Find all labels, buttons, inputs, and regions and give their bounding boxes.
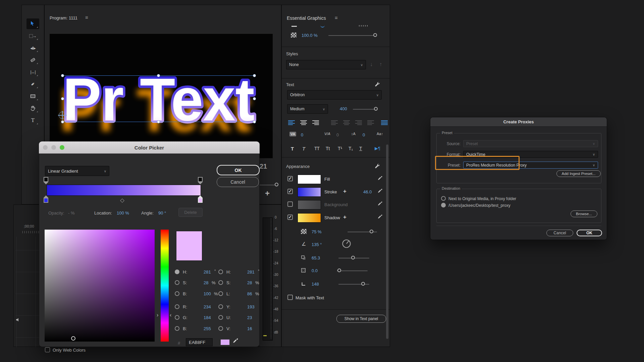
font-size-slider[interactable] — [353, 109, 377, 110]
selection-handle[interactable] — [253, 97, 256, 100]
rgb-b-radio[interactable] — [175, 326, 179, 331]
justify-all-button[interactable] — [367, 120, 374, 125]
all-caps-button[interactable]: TT — [314, 146, 319, 151]
align-center-button[interactable] — [300, 120, 307, 125]
shadow-opacity-value[interactable]: 75 % — [312, 229, 322, 234]
hsb-b-radio[interactable] — [175, 291, 179, 296]
font-family-dropdown[interactable]: Orbitron ∨ — [287, 90, 382, 100]
create-proxies-titlebar[interactable]: Create Proxies — [430, 117, 607, 127]
fill-swatch[interactable] — [298, 175, 321, 184]
channel-value[interactable]: 16 — [247, 326, 252, 331]
styles-dropdown[interactable]: None ∨ — [286, 60, 366, 69]
align-right-button[interactable] — [312, 120, 319, 125]
shadow-blur-value[interactable]: 148 — [312, 282, 319, 287]
stop-location-value[interactable]: 100 % — [117, 210, 129, 216]
shadow-swatch[interactable] — [298, 213, 321, 223]
opacity-stop-end[interactable] — [198, 177, 203, 182]
selection-handle[interactable] — [157, 74, 160, 77]
pen-tool[interactable]: ✒ — [26, 79, 39, 89]
hex-input[interactable] — [186, 338, 213, 346]
shadow-angle-value[interactable]: 135 ° — [312, 242, 322, 247]
stroke-swatch[interactable] — [298, 187, 321, 197]
razor-tool[interactable] — [26, 55, 39, 65]
shadow-blur-knob[interactable] — [361, 282, 365, 286]
yuv-v-radio[interactable] — [218, 326, 223, 331]
stop-angle-value[interactable]: 90 ° — [158, 210, 166, 216]
shadow-angle-dial[interactable] — [342, 239, 351, 248]
next-to-media-radio[interactable] — [441, 196, 446, 201]
add-shadow-button[interactable]: + — [343, 214, 346, 221]
rgb-g-radio[interactable] — [175, 315, 179, 320]
add-stroke-button[interactable]: + — [343, 188, 346, 195]
kerning-value[interactable]: 0 — [336, 132, 339, 137]
eyedropper-icon[interactable] — [232, 338, 238, 344]
justify-last-left-button[interactable] — [331, 120, 338, 125]
channel-value[interactable]: 28 — [204, 280, 208, 285]
mute-speaker-icon[interactable] — [16, 317, 20, 322]
cancel-button[interactable]: Cancel — [217, 177, 259, 187]
hsb-s-radio[interactable] — [175, 280, 179, 285]
underline-button[interactable]: T — [359, 146, 362, 151]
proxies-cancel-button[interactable]: Cancel — [546, 230, 573, 236]
hue-strip[interactable] — [161, 230, 169, 342]
font-style-dropdown[interactable]: Medium ∨ — [287, 104, 328, 114]
channel-value[interactable]: 86 — [247, 291, 252, 296]
channel-value[interactable]: 184 — [204, 315, 211, 320]
selection-handle[interactable] — [253, 120, 256, 123]
channel-value[interactable]: 234 — [204, 304, 211, 309]
rtl-paragraph-icon[interactable]: ▶¶ — [375, 146, 380, 151]
selection-handle[interactable] — [157, 120, 160, 123]
mask-with-text-checkbox[interactable] — [287, 295, 293, 300]
eyedropper-icon[interactable] — [377, 201, 383, 206]
shadow-size-value[interactable]: 0.0 — [312, 268, 318, 273]
opacity-knob[interactable] — [373, 33, 377, 37]
scrollbar[interactable] — [386, 144, 388, 339]
channel-value[interactable]: 255 — [204, 326, 211, 331]
color-picker-titlebar[interactable]: Color Picker — [39, 141, 260, 154]
gradient-type-dropdown[interactable]: Linear Gradient ∨ — [45, 166, 109, 176]
selection-handle[interactable] — [253, 74, 256, 77]
opacity-slider[interactable] — [328, 35, 377, 36]
justify-last-right-button[interactable] — [355, 120, 362, 125]
shadow-checkbox[interactable]: ✓ — [287, 215, 293, 220]
shadow-distance-slider[interactable] — [338, 258, 369, 258]
style-push-up-icon[interactable]: ↑ — [379, 61, 382, 67]
style-push-down-icon[interactable]: ↓ — [370, 61, 373, 67]
background-swatch[interactable] — [298, 200, 321, 209]
channel-value[interactable]: 100 — [204, 291, 211, 296]
stroke-width-value[interactable]: 46.0 — [363, 189, 372, 194]
shadow-opacity-knob[interactable] — [370, 230, 373, 233]
shadow-distance-value[interactable]: 65.3 — [312, 255, 320, 260]
proxy-path-radio[interactable] — [441, 203, 446, 207]
opacity-stop-start[interactable] — [44, 177, 48, 182]
anchor-point[interactable] — [59, 112, 66, 119]
subscript-button[interactable]: T₁ — [348, 146, 353, 151]
opacity-value[interactable]: 100.0 % — [302, 33, 318, 38]
show-in-text-panel-button[interactable]: Show in Text panel — [336, 315, 386, 323]
shadow-opacity-slider[interactable] — [347, 232, 377, 232]
gradient-midpoint[interactable] — [120, 198, 124, 203]
channel-value[interactable]: 193 — [247, 304, 255, 309]
yuv-u-radio[interactable] — [218, 315, 223, 320]
gradient-bar[interactable] — [47, 185, 201, 196]
background-checkbox[interactable] — [287, 201, 293, 207]
minimize-window-icon[interactable] — [51, 145, 56, 150]
zoom-window-icon[interactable] — [60, 145, 64, 150]
shadow-blur-slider[interactable] — [338, 284, 369, 285]
yuv-y-radio[interactable] — [218, 304, 223, 309]
color-field-cursor[interactable] — [71, 336, 75, 341]
faux-bold-button[interactable]: T — [291, 146, 294, 152]
only-web-colors-checkbox[interactable] — [45, 347, 50, 352]
superscript-button[interactable]: T¹ — [338, 146, 342, 151]
rgb-r-radio[interactable] — [175, 304, 179, 309]
channel-value[interactable]: 281 — [247, 269, 255, 275]
wrench-icon[interactable] — [375, 163, 380, 169]
saturation-brightness-field[interactable] — [45, 230, 155, 342]
leading-value[interactable]: 0 — [363, 132, 365, 137]
panel-menu-icon[interactable]: ≡ — [335, 15, 338, 20]
eyedropper-icon[interactable] — [377, 188, 383, 193]
channel-value[interactable]: 281 — [204, 269, 211, 275]
proxies-ok-button[interactable]: OK — [577, 230, 602, 236]
justify-last-center-button[interactable] — [343, 120, 350, 125]
text-direction-button[interactable] — [381, 120, 388, 125]
